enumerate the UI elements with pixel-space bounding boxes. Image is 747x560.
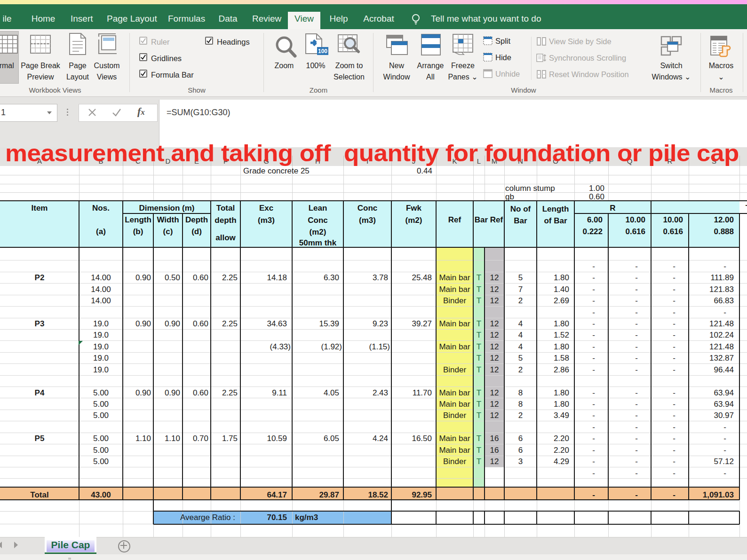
svg-text:100: 100 (318, 48, 327, 55)
